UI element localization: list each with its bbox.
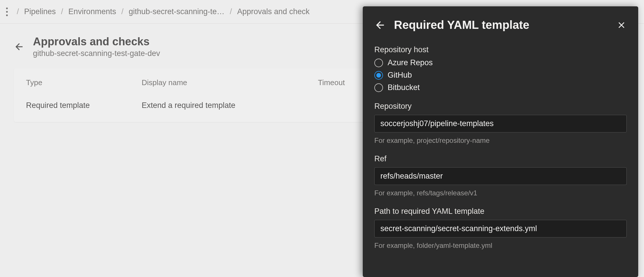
panel-title: Required YAML template — [394, 18, 609, 31]
radio-circle-icon — [374, 59, 383, 67]
back-arrow-icon[interactable] — [14, 41, 25, 52]
radio-label: GitHub — [388, 71, 412, 80]
breadcrumb-separator: / — [230, 7, 232, 16]
ref-helper: For example, refs/tags/release/v1 — [374, 189, 627, 197]
path-field: Path to required YAML template For examp… — [374, 207, 627, 250]
panel-header: Required YAML template — [374, 18, 627, 31]
radio-bitbucket[interactable]: Bitbucket — [374, 83, 627, 92]
repository-host-label: Repository host — [374, 45, 627, 54]
radio-label: Azure Repos — [388, 58, 433, 67]
ref-field: Ref For example, refs/tags/release/v1 — [374, 154, 627, 197]
breadcrumb-item[interactable]: github-secret-scanning-te… — [129, 7, 225, 16]
breadcrumb-separator: / — [121, 7, 124, 16]
page-title: Approvals and checks — [33, 36, 160, 48]
path-input[interactable] — [374, 220, 627, 237]
td-display-name: Extend a required template — [142, 101, 318, 110]
repository-label: Repository — [374, 102, 627, 111]
radio-label: Bitbucket — [388, 83, 420, 92]
th-type: Type — [26, 78, 142, 87]
breadcrumb-item[interactable]: Environments — [69, 7, 116, 16]
breadcrumb-item[interactable]: Approvals and check — [237, 7, 310, 16]
repository-input[interactable] — [374, 115, 627, 132]
breadcrumb-separator: / — [61, 7, 63, 16]
ref-input[interactable] — [374, 167, 627, 185]
page-subtitle: github-secret-scanning-test-gate-dev — [33, 49, 160, 58]
close-icon[interactable] — [616, 20, 627, 30]
radio-circle-icon — [374, 83, 383, 92]
repository-host-radio-group: Azure Repos GitHub Bitbucket — [374, 58, 627, 92]
repository-field: Repository For example, project/reposito… — [374, 102, 627, 145]
radio-github[interactable]: GitHub — [374, 71, 627, 80]
radio-dot-icon — [376, 73, 381, 78]
more-menu-icon[interactable] — [0, 8, 12, 16]
path-label: Path to required YAML template — [374, 207, 627, 216]
repository-host-field: Repository host Azure Repos GitHub Bitbu… — [374, 45, 627, 92]
th-display-name: Display name — [142, 78, 318, 87]
radio-circle-icon — [374, 71, 383, 80]
breadcrumb-separator: / — [17, 7, 19, 16]
path-helper: For example, folder/yaml-template.yml — [374, 242, 627, 250]
yaml-template-panel: Required YAML template Repository host A… — [363, 6, 638, 277]
breadcrumb-item[interactable]: Pipelines — [24, 7, 56, 16]
repository-helper: For example, project/repository-name — [374, 136, 627, 145]
panel-back-icon[interactable] — [374, 19, 386, 31]
radio-azure-repos[interactable]: Azure Repos — [374, 58, 627, 67]
td-type: Required template — [26, 101, 142, 110]
ref-label: Ref — [374, 154, 627, 163]
